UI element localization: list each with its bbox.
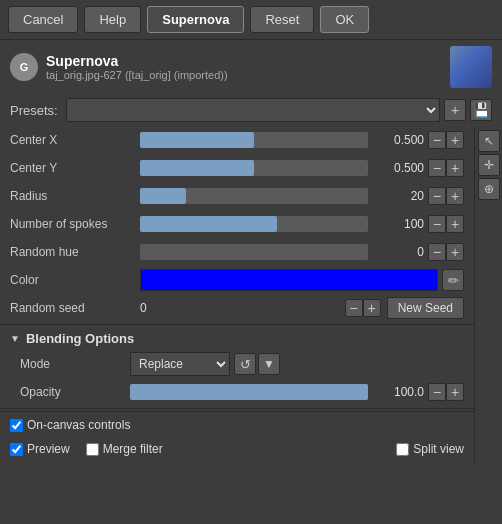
random-hue-value: 0 xyxy=(374,245,424,259)
plugin-header: G Supernova taj_orig.jpg-627 ([taj_orig]… xyxy=(0,39,502,94)
arrow-tool-icon[interactable]: ↖ xyxy=(478,130,500,152)
preview-checkbox-label[interactable]: Preview xyxy=(10,442,70,456)
radius-row: Radius 20 − + xyxy=(0,182,474,210)
split-view-checkbox-label[interactable]: Split view xyxy=(396,442,464,456)
presets-add-button[interactable]: + xyxy=(444,99,466,121)
split-view-label: Split view xyxy=(413,442,464,456)
spokes-slider[interactable] xyxy=(140,216,368,232)
supernova-button[interactable]: Supernova xyxy=(147,6,244,33)
center-y-slider-fill xyxy=(140,160,254,176)
side-tools: ↖ ✛ ⊕ xyxy=(474,126,502,464)
opacity-slider[interactable] xyxy=(130,384,368,400)
color-label: Color xyxy=(10,273,140,287)
opacity-slider-fill xyxy=(130,384,368,400)
blending-section-header[interactable]: ▼ Blending Options xyxy=(0,327,474,350)
random-hue-minus[interactable]: − xyxy=(428,243,446,261)
help-button[interactable]: Help xyxy=(84,6,141,33)
new-seed-button[interactable]: New Seed xyxy=(387,297,464,319)
params-area: Center X 0.500 − + Center Y 0.500 − + Ra… xyxy=(0,126,474,464)
color-swatch[interactable] xyxy=(140,269,438,291)
on-canvas-checkbox-label[interactable]: On-canvas controls xyxy=(10,418,130,432)
opacity-label: Opacity xyxy=(20,385,130,399)
center-x-minus[interactable]: − xyxy=(428,131,446,149)
center-y-row: Center Y 0.500 − + xyxy=(0,154,474,182)
mode-reset-icon[interactable]: ↺ xyxy=(234,353,256,375)
merge-filter-checkbox-label[interactable]: Merge filter xyxy=(86,442,163,456)
center-y-slider[interactable] xyxy=(140,160,368,176)
top-toolbar: Cancel Help Supernova Reset OK xyxy=(0,0,502,39)
divider-1 xyxy=(0,324,474,325)
center-x-slider[interactable] xyxy=(140,132,368,148)
plugin-subtitle: taj_orig.jpg-627 ([taj_orig] (imported)) xyxy=(46,69,450,81)
preview-label: Preview xyxy=(27,442,70,456)
reset-button[interactable]: Reset xyxy=(250,6,314,33)
plugin-logo-icon: G xyxy=(10,53,38,81)
center-y-label: Center Y xyxy=(10,161,140,175)
spokes-slider-fill xyxy=(140,216,277,232)
center-x-plus[interactable]: + xyxy=(446,131,464,149)
ok-button[interactable]: OK xyxy=(320,6,369,33)
random-hue-plus[interactable]: + xyxy=(446,243,464,261)
cancel-button[interactable]: Cancel xyxy=(8,6,78,33)
seed-minus[interactable]: − xyxy=(345,299,363,317)
radius-minus[interactable]: − xyxy=(428,187,446,205)
mode-expand-icon[interactable]: ▼ xyxy=(258,353,280,375)
bottom-row2: Preview Merge filter Split view xyxy=(0,438,474,464)
spokes-minus[interactable]: − xyxy=(428,215,446,233)
color-row: Color ✏ xyxy=(0,266,474,294)
center-x-slider-fill xyxy=(140,132,254,148)
presets-row: Presets: + 💾 xyxy=(0,94,502,126)
plugin-thumbnail xyxy=(450,46,492,88)
move-tool-icon[interactable]: ✛ xyxy=(478,154,500,176)
mode-row: Mode Replace Normal Multiply Screen Over… xyxy=(0,350,474,378)
opacity-row: Opacity 100.0 − + xyxy=(0,378,474,406)
merge-filter-checkbox[interactable] xyxy=(86,443,99,456)
spokes-row: Number of spokes 100 − + xyxy=(0,210,474,238)
seed-label: Random seed xyxy=(10,301,140,315)
presets-label: Presets: xyxy=(10,103,58,118)
opacity-minus[interactable]: − xyxy=(428,383,446,401)
presets-save-button[interactable]: 💾 xyxy=(470,99,492,121)
zoom-tool-icon[interactable]: ⊕ xyxy=(478,178,500,200)
main-content: Center X 0.500 − + Center Y 0.500 − + Ra… xyxy=(0,126,502,464)
spokes-value: 100 xyxy=(374,217,424,231)
mode-select[interactable]: Replace Normal Multiply Screen Overlay xyxy=(130,352,230,376)
on-canvas-checkbox[interactable] xyxy=(10,419,23,432)
seed-plus[interactable]: + xyxy=(363,299,381,317)
center-x-row: Center X 0.500 − + xyxy=(0,126,474,154)
blending-arrow-icon: ▼ xyxy=(10,333,20,344)
spokes-plus[interactable]: + xyxy=(446,215,464,233)
radius-slider-fill xyxy=(140,188,186,204)
center-y-plus[interactable]: + xyxy=(446,159,464,177)
center-x-value: 0.500 xyxy=(374,133,424,147)
plugin-thumbnail-image xyxy=(450,46,492,88)
presets-select[interactable] xyxy=(66,98,440,122)
center-y-value: 0.500 xyxy=(374,161,424,175)
preview-checkbox[interactable] xyxy=(10,443,23,456)
random-hue-row: Random hue 0 − + xyxy=(0,238,474,266)
blending-title: Blending Options xyxy=(26,331,134,346)
on-canvas-label: On-canvas controls xyxy=(27,418,130,432)
plugin-title: Supernova xyxy=(46,53,450,69)
center-x-label: Center X xyxy=(10,133,140,147)
center-y-minus[interactable]: − xyxy=(428,159,446,177)
radius-plus[interactable]: + xyxy=(446,187,464,205)
bottom-options: On-canvas controls xyxy=(0,411,474,438)
random-hue-slider[interactable] xyxy=(140,244,368,260)
divider-2 xyxy=(0,408,474,409)
merge-filter-label: Merge filter xyxy=(103,442,163,456)
seed-value: 0 xyxy=(140,301,345,315)
opacity-plus[interactable]: + xyxy=(446,383,464,401)
radius-slider[interactable] xyxy=(140,188,368,204)
split-view-checkbox[interactable] xyxy=(396,443,409,456)
radius-label: Radius xyxy=(10,189,140,203)
radius-value: 20 xyxy=(374,189,424,203)
mode-label: Mode xyxy=(20,357,130,371)
plugin-title-block: Supernova taj_orig.jpg-627 ([taj_orig] (… xyxy=(46,53,450,81)
opacity-value: 100.0 xyxy=(374,385,424,399)
seed-row: Random seed 0 − + New Seed xyxy=(0,294,474,322)
color-edit-icon[interactable]: ✏ xyxy=(442,269,464,291)
random-hue-label: Random hue xyxy=(10,245,140,259)
spokes-label: Number of spokes xyxy=(10,217,140,231)
